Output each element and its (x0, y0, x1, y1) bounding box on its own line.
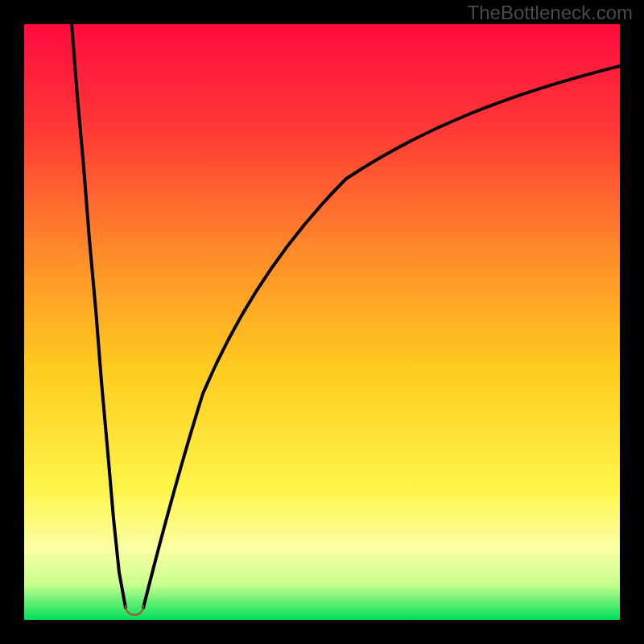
watermark-text: TheBottleneck.com (468, 2, 633, 24)
chart-svg (0, 0, 644, 644)
chart-stage: TheBottleneck.com (0, 0, 644, 644)
